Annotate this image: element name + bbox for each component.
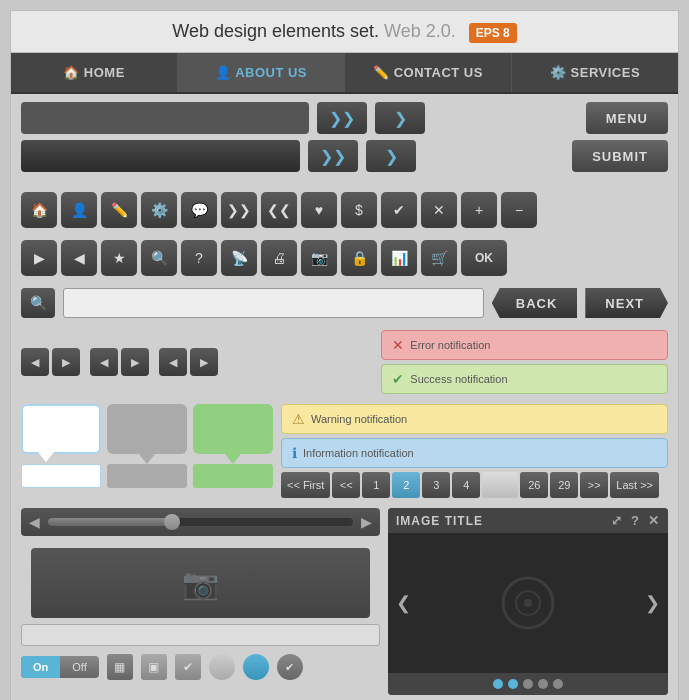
chevron-btn-3[interactable]: ❯❯ <box>308 140 358 172</box>
small-icon-1[interactable]: ▦ <box>107 654 133 680</box>
dropdown-row-1: ❯❯ ❯ MENU <box>21 102 668 134</box>
eps-badge: EPS 8 <box>469 23 517 43</box>
page-3-btn[interactable]: 3 <box>422 472 450 498</box>
lightbox-dot-3[interactable] <box>523 679 533 689</box>
title-bar: Web design elements set. Web 2.0. EPS 8 <box>11 11 678 53</box>
page-input-btn[interactable] <box>482 472 518 498</box>
plus-icon-btn[interactable]: + <box>461 192 497 228</box>
nav-home-label: HOME <box>84 65 125 80</box>
nav-bar: 🏠 HOME 👤 ABOUT US ✏️ CONTACT US ⚙️ SERVI… <box>11 53 678 94</box>
warning-text: Warning notification <box>311 413 407 425</box>
last-page-btn[interactable]: Last >> <box>610 472 659 498</box>
small-icon-2[interactable]: ▣ <box>141 654 167 680</box>
close-icon-btn[interactable]: ✕ <box>421 192 457 228</box>
media-prev-btn-3[interactable]: ◀ <box>159 348 187 376</box>
submit-button[interactable]: SUBMIT <box>572 140 668 172</box>
slider-right-arrow[interactable]: ▶ <box>361 514 372 530</box>
chevron-down-icon-btn[interactable]: ❯❯ <box>221 192 257 228</box>
lock-icon-btn[interactable]: 🔒 <box>341 240 377 276</box>
menu-button[interactable]: MENU <box>586 102 668 134</box>
heart-icon-btn[interactable]: ♥ <box>301 192 337 228</box>
page-2-btn[interactable]: 2 <box>392 472 420 498</box>
gear-icon-btn[interactable]: ⚙️ <box>141 192 177 228</box>
content-input-field[interactable] <box>21 624 380 646</box>
search-icon-btn[interactable]: 🔍 <box>141 240 177 276</box>
rss-icon-btn[interactable]: 📡 <box>221 240 257 276</box>
slider-thumb[interactable] <box>164 514 180 530</box>
search-input[interactable] <box>63 288 484 318</box>
star-icon-btn[interactable]: ★ <box>101 240 137 276</box>
nav-item-contact[interactable]: ✏️ CONTACT US <box>345 53 512 92</box>
next-button[interactable]: NEXT <box>585 288 668 318</box>
page-29-btn[interactable]: 29 <box>550 472 578 498</box>
dollar-icon-btn[interactable]: $ <box>341 192 377 228</box>
slider-left-arrow[interactable]: ◀ <box>29 514 40 530</box>
icon-grid-row2: ▶ ◀ ★ 🔍 ? 📡 🖨 📷 🔒 📊 🛒 OK <box>11 234 678 282</box>
next-pages-btn[interactable]: >> <box>580 472 608 498</box>
circle-btn-3[interactable]: ✔ <box>277 654 303 680</box>
speech-bubble-gray <box>107 404 187 454</box>
page-26-btn[interactable]: 26 <box>520 472 548 498</box>
chevron-up-icon-btn[interactable]: ❮❮ <box>261 192 297 228</box>
media-next-btn-3[interactable]: ▶ <box>190 348 218 376</box>
small-icon-3[interactable]: ✔ <box>175 654 201 680</box>
search-row: 🔍 BACK NEXT <box>11 282 678 324</box>
page-1-btn[interactable]: 1 <box>362 472 390 498</box>
prev-pages-btn[interactable]: << <box>332 472 360 498</box>
bubble-input-white[interactable] <box>21 464 101 488</box>
chevron-btn-4[interactable]: ❯ <box>366 140 416 172</box>
info-text: Information notification <box>303 447 414 459</box>
warning-notification: ⚠ Warning notification <box>281 404 668 434</box>
circle-btn-2[interactable] <box>243 654 269 680</box>
chart-icon-btn[interactable]: 📊 <box>381 240 417 276</box>
back-button[interactable]: BACK <box>492 288 578 318</box>
expand-icon[interactable]: ⤢ <box>611 513 623 528</box>
page-4-btn[interactable]: 4 <box>452 472 480 498</box>
lightbox-dot-5[interactable] <box>553 679 563 689</box>
lightbox-close-icon[interactable]: ✕ <box>648 513 660 528</box>
toggle-off-btn[interactable]: Off <box>60 656 98 678</box>
input-btn-2[interactable] <box>21 140 300 172</box>
check-success-icon: ✔ <box>392 371 404 387</box>
bubble-input-gray[interactable] <box>107 464 187 488</box>
lightbox-dot-2[interactable] <box>508 679 518 689</box>
media-next-btn-2[interactable]: ▶ <box>121 348 149 376</box>
media-prev-btn-2[interactable]: ◀ <box>90 348 118 376</box>
edit-icon-btn[interactable]: ✏️ <box>101 192 137 228</box>
slider-track[interactable] <box>48 518 353 526</box>
nav-item-services[interactable]: ⚙️ SERVICES <box>512 53 678 92</box>
nav-item-home[interactable]: 🏠 HOME <box>11 53 178 92</box>
camera-icon-btn[interactable]: 📷 <box>301 240 337 276</box>
media-prev-btn-1[interactable]: ◀ <box>21 348 49 376</box>
title-main: Web design elements set. <box>172 21 379 41</box>
minus-icon-btn[interactable]: − <box>501 192 537 228</box>
print-icon-btn[interactable]: 🖨 <box>261 240 297 276</box>
help-icon[interactable]: ? <box>631 513 640 528</box>
arrow-right-icon-btn[interactable]: ▶ <box>21 240 57 276</box>
toggle-on-btn[interactable]: On <box>21 656 60 678</box>
chevron-btn-1[interactable]: ❯❯ <box>317 102 367 134</box>
circle-btn-1[interactable] <box>209 654 235 680</box>
lightbox-dot-4[interactable] <box>538 679 548 689</box>
bubble-input-green[interactable] <box>193 464 273 488</box>
search-button[interactable]: 🔍 <box>21 288 55 318</box>
input-btn-1[interactable] <box>21 102 309 134</box>
ok-icon-btn[interactable]: OK <box>461 240 507 276</box>
lightbox-dot-1[interactable] <box>493 679 503 689</box>
error-notification: ✕ Error notification <box>381 330 668 360</box>
check-icon-btn[interactable]: ✔ <box>381 192 417 228</box>
chat-icon-btn[interactable]: 💬 <box>181 192 217 228</box>
chevron-btn-2[interactable]: ❯ <box>375 102 425 134</box>
lightbox-next-arrow[interactable]: ❯ <box>645 592 660 614</box>
media-group-3: ◀ ▶ <box>159 348 218 376</box>
cart-icon-btn[interactable]: 🛒 <box>421 240 457 276</box>
user-icon-btn[interactable]: 👤 <box>61 192 97 228</box>
question-icon-btn[interactable]: ? <box>181 240 217 276</box>
arrow-left-icon-btn[interactable]: ◀ <box>61 240 97 276</box>
nav-item-about[interactable]: 👤 ABOUT US <box>178 53 345 92</box>
success-text: Success notification <box>410 373 507 385</box>
lightbox-prev-arrow[interactable]: ❮ <box>396 592 411 614</box>
first-page-btn[interactable]: << First <box>281 472 330 498</box>
media-next-btn-1[interactable]: ▶ <box>52 348 80 376</box>
home-icon-btn[interactable]: 🏠 <box>21 192 57 228</box>
